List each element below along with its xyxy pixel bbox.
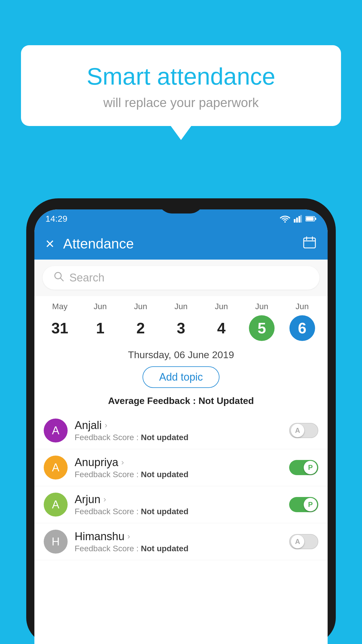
search-icon [54, 271, 64, 284]
student-name: Anupriya › [75, 456, 282, 469]
status-icons [280, 215, 317, 223]
search-bar[interactable]: Search [43, 266, 319, 290]
feedback-label: Average Feedback : [108, 396, 196, 406]
student-name: Arjun › [75, 493, 282, 506]
calendar-icon[interactable] [303, 235, 317, 252]
student-avatar: A [44, 419, 68, 442]
attendance-toggle[interactable]: A [289, 534, 318, 549]
hero-title: Smart attendance [36, 63, 326, 90]
svg-rect-8 [304, 238, 315, 248]
svg-rect-4 [300, 215, 302, 223]
chevron-right-icon: › [121, 458, 124, 467]
calendar-date-item[interactable]: Jun2 [124, 302, 157, 341]
close-button[interactable]: × [45, 235, 54, 252]
svg-line-13 [60, 278, 63, 281]
wifi-icon [280, 215, 290, 223]
toggle-knob: A [291, 424, 304, 437]
search-container: Search [34, 260, 328, 296]
svg-point-0 [284, 221, 286, 223]
date-month: Jun [94, 302, 107, 311]
calendar-date-item[interactable]: May31 [44, 302, 76, 341]
date-month: May [52, 302, 68, 311]
hero-subtitle: will replace your paperwork [36, 95, 326, 110]
student-score: Feedback Score : Not updated [75, 433, 282, 442]
date-number: 4 [209, 315, 234, 341]
toggle-knob: P [304, 498, 317, 511]
student-avatar: A [44, 493, 68, 517]
student-info: Anupriya ›Feedback Score : Not updated [75, 456, 282, 479]
chevron-right-icon: › [127, 532, 130, 541]
student-avatar: A [44, 456, 68, 480]
toggle-knob: P [304, 461, 317, 474]
svg-rect-7 [306, 217, 314, 220]
phone-notch [158, 198, 204, 214]
attendance-toggle[interactable]: A [289, 423, 318, 438]
feedback-average: Average Feedback : Not Updated [34, 393, 328, 412]
calendar-date-item[interactable]: Jun1 [84, 302, 116, 341]
calendar-date-item[interactable]: Jun4 [205, 302, 238, 341]
student-score: Feedback Score : Not updated [75, 544, 282, 553]
phone-frame: 14:29 [26, 198, 336, 644]
app-bar: × Attendance [34, 228, 328, 260]
speech-bubble-container: Smart attendance will replace your paper… [21, 45, 341, 126]
student-list: AAnjali ›Feedback Score : Not updatedAAA… [34, 412, 328, 560]
calendar-strip: May31Jun1Jun2Jun3Jun4Jun5Jun6 [34, 296, 328, 344]
date-month: Jun [296, 302, 309, 311]
student-score: Feedback Score : Not updated [75, 470, 282, 479]
calendar-date-item[interactable]: Jun3 [165, 302, 197, 341]
date-number: 31 [47, 315, 73, 341]
date-number: 2 [128, 315, 153, 341]
student-score: Feedback Score : Not updated [75, 507, 282, 516]
date-number: 6 [289, 315, 315, 341]
toggle-knob: A [291, 535, 304, 548]
add-topic-container: Add topic [34, 363, 328, 393]
add-topic-button[interactable]: Add topic [143, 366, 219, 388]
svg-rect-2 [296, 218, 298, 223]
date-number: 3 [168, 315, 194, 341]
chevron-right-icon: › [105, 421, 107, 430]
attendance-toggle[interactable]: P [289, 497, 318, 512]
date-month: Jun [255, 302, 268, 311]
app-title: Attendance [63, 236, 303, 252]
status-time: 14:29 [45, 214, 67, 224]
selected-date-label: Thursday, 06 June 2019 [34, 344, 328, 363]
date-month: Jun [134, 302, 147, 311]
calendar-date-item[interactable]: Jun6 [286, 302, 318, 341]
student-item[interactable]: AArjun ›Feedback Score : Not updatedP [34, 486, 328, 523]
svg-rect-1 [294, 219, 296, 223]
student-name: Anjali › [75, 419, 282, 432]
attendance-toggle[interactable]: P [289, 460, 318, 475]
battery-icon [305, 216, 317, 222]
date-number: 5 [249, 315, 275, 341]
student-info: Himanshu ›Feedback Score : Not updated [75, 530, 282, 553]
phone-screen: 14:29 [34, 209, 328, 644]
svg-rect-3 [298, 216, 300, 223]
signal-icon [294, 215, 302, 223]
student-info: Anjali ›Feedback Score : Not updated [75, 419, 282, 442]
student-name: Himanshu › [75, 530, 282, 543]
calendar-date-item[interactable]: Jun5 [246, 302, 278, 341]
date-number: 1 [87, 315, 113, 341]
student-info: Arjun ›Feedback Score : Not updated [75, 493, 282, 516]
date-month: Jun [215, 302, 228, 311]
student-item[interactable]: AAnupriya ›Feedback Score : Not updatedP [34, 449, 328, 486]
feedback-value: Not Updated [198, 396, 254, 406]
student-item[interactable]: AAnjali ›Feedback Score : Not updatedA [34, 412, 328, 449]
search-placeholder: Search [69, 272, 104, 284]
speech-bubble: Smart attendance will replace your paper… [21, 45, 341, 126]
date-month: Jun [174, 302, 187, 311]
student-avatar: H [44, 530, 68, 554]
svg-rect-6 [315, 218, 316, 220]
student-item[interactable]: HHimanshu ›Feedback Score : Not updatedA [34, 523, 328, 560]
chevron-right-icon: › [103, 495, 106, 504]
